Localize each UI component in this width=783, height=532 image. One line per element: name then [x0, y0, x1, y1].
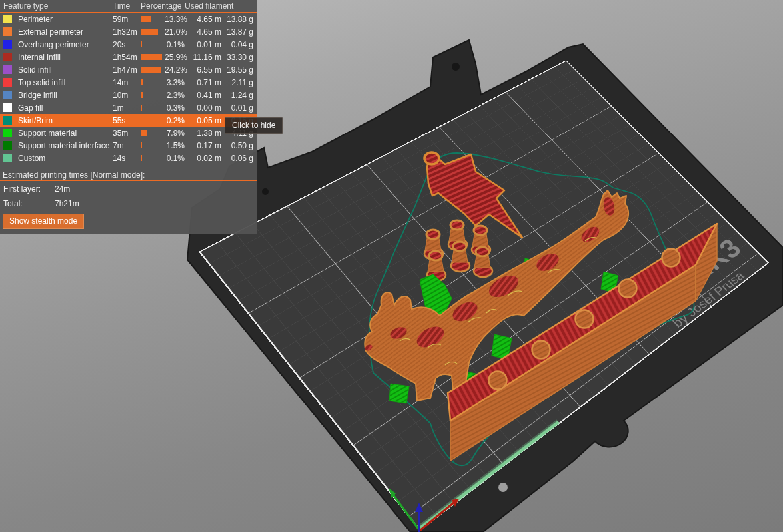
- percentage-bar-track: [141, 154, 165, 163]
- feature-percentage: 0.2%: [165, 116, 185, 125]
- show-stealth-mode-button[interactable]: Show stealth mode: [3, 214, 84, 229]
- feature-filament-weight: 13.88 g: [221, 15, 253, 24]
- feature-percentage: 1.5%: [165, 141, 185, 150]
- first-layer-value: 24m: [41, 184, 70, 194]
- feature-time: 10m: [113, 91, 141, 100]
- feature-time: 14m: [113, 78, 141, 87]
- feature-filament-weight: 2.11 g: [221, 78, 253, 87]
- feature-time: 14s: [113, 154, 141, 163]
- feature-filament-length: 0.71 m: [185, 78, 221, 87]
- percentage-bar: [141, 79, 143, 85]
- feature-time: 1h54m: [113, 53, 141, 62]
- feature-color-swatch: [3, 40, 12, 49]
- feature-percentage: 2.3%: [165, 91, 185, 100]
- feature-time: 59m: [113, 15, 141, 24]
- feature-percentage: 25.9%: [165, 53, 185, 62]
- legend-feature-row[interactable]: Perimeter 59m 13.3% 4.65 m 13.88 g: [0, 13, 257, 25]
- legend-feature-row[interactable]: Support material interface 7m 1.5% 0.17 …: [0, 139, 257, 152]
- feature-percentage: 7.9%: [165, 129, 185, 138]
- feature-color-swatch: [3, 78, 12, 87]
- y-axis-arrow: [392, 494, 420, 531]
- percentage-bar: [141, 142, 142, 148]
- click-to-hide-tooltip: Click to hide: [225, 117, 283, 134]
- model-vases: [424, 220, 492, 281]
- feature-label: Perimeter: [18, 15, 113, 24]
- origin-axes: [389, 488, 459, 532]
- percentage-bar-track: [141, 40, 165, 49]
- model-wing-plate: [424, 152, 522, 238]
- first-layer-row: First layer: 24m: [0, 182, 257, 196]
- feature-label: Gap fill: [18, 103, 113, 113]
- legend-header: Feature type Time Percentage Used filame…: [0, 0, 257, 13]
- feature-label: External perimeter: [18, 27, 113, 37]
- feature-color-swatch: [3, 116, 12, 125]
- percentage-bar: [141, 130, 147, 136]
- feature-time: 1h32m: [113, 27, 141, 37]
- feature-time: 35m: [113, 129, 141, 138]
- total-label: Total:: [3, 199, 41, 208]
- feature-percentage: 13.3%: [165, 15, 185, 24]
- legend-feature-row[interactable]: Custom 14s 0.1% 0.02 m 0.06 g: [0, 152, 257, 164]
- gcode-legend-panel: Feature type Time Percentage Used filame…: [0, 0, 257, 234]
- feature-label: Custom: [18, 154, 113, 163]
- legend-rows: Perimeter 59m 13.3% 4.65 m 13.88 g Exter…: [0, 13, 257, 164]
- feature-filament-length: 0.00 m: [185, 103, 221, 113]
- percentage-bar: [141, 155, 142, 161]
- legend-feature-row[interactable]: Skirt/Brim 55s 0.2% 0.05 m 0.15 g: [0, 114, 257, 127]
- feature-color-swatch: [3, 91, 12, 99]
- feature-color-swatch: [3, 154, 12, 162]
- feature-label: Top solid infill: [18, 78, 113, 87]
- feature-time: 55s: [113, 116, 141, 125]
- legend-feature-row[interactable]: Support material 35m 7.9% 1.38 m 4.11 g: [0, 127, 257, 139]
- legend-feature-row[interactable]: Overhang perimeter 20s 0.1% 0.01 m 0.04 …: [0, 38, 257, 51]
- prusaslicer-preview-window: MK3 by Josef Prusa: [0, 0, 783, 532]
- legend-feature-row[interactable]: Internal infill 1h54m 25.9% 11.16 m 33.3…: [0, 51, 257, 63]
- feature-filament-weight: 0.06 g: [221, 154, 253, 163]
- feature-color-swatch: [3, 27, 12, 36]
- percentage-bar: [141, 54, 162, 60]
- feature-filament-weight: 13.87 g: [221, 27, 253, 37]
- feature-color-swatch: [3, 65, 12, 74]
- feature-label: Bridge infill: [18, 91, 113, 100]
- percentage-bar-track: [141, 141, 165, 150]
- legend-feature-row[interactable]: External perimeter 1h32m 21.0% 4.65 m 13…: [0, 25, 257, 38]
- feature-color-swatch: [3, 103, 12, 112]
- col-time: Time: [113, 1, 141, 11]
- feature-label: Internal infill: [18, 53, 113, 62]
- total-time-row: Total: 7h21m: [0, 197, 257, 210]
- feature-color-swatch: [3, 53, 12, 61]
- legend-feature-row[interactable]: Bridge infill 10m 2.3% 0.41 m 1.24 g: [0, 89, 257, 101]
- legend-feature-row[interactable]: Top solid infill 14m 3.3% 0.71 m 2.11 g: [0, 76, 257, 89]
- feature-filament-length: 0.02 m: [185, 154, 221, 163]
- percentage-bar: [141, 29, 158, 35]
- feature-label: Support material: [18, 129, 113, 138]
- feature-time: 1h47m: [113, 65, 141, 75]
- feature-color-swatch: [3, 15, 12, 23]
- feature-filament-length: 11.16 m: [185, 53, 221, 62]
- col-percentage: Percentage: [141, 1, 185, 11]
- legend-feature-row[interactable]: Solid infill 1h47m 24.2% 6.55 m 19.55 g: [0, 63, 257, 76]
- total-value: 7h21m: [41, 199, 79, 208]
- feature-color-swatch: [3, 129, 12, 137]
- legend-feature-row[interactable]: Gap fill 1m 0.3% 0.00 m 0.01 g: [0, 101, 257, 114]
- feature-percentage: 3.3%: [165, 78, 185, 87]
- percentage-bar-track: [141, 116, 165, 125]
- feature-filament-length: 1.38 m: [185, 129, 221, 138]
- feature-label: Support material interface: [18, 141, 113, 150]
- percentage-bar-track: [141, 129, 165, 138]
- feature-filament-length: 4.65 m: [185, 27, 221, 37]
- feature-percentage: 21.0%: [165, 27, 185, 37]
- feature-filament-weight: 1.24 g: [221, 91, 253, 100]
- percentage-bar: [141, 105, 142, 111]
- percentage-bar-track: [141, 65, 165, 75]
- feature-label: Overhang perimeter: [18, 40, 113, 49]
- percentage-bar-track: [141, 53, 165, 62]
- feature-filament-length: 0.17 m: [185, 141, 221, 150]
- feature-label: Skirt/Brim: [18, 116, 113, 125]
- feature-filament-weight: 0.50 g: [221, 141, 253, 150]
- percentage-bar-track: [141, 103, 165, 113]
- percentage-bar-track: [141, 15, 165, 24]
- feature-percentage: 24.2%: [165, 65, 185, 75]
- feature-time: 1m: [113, 103, 141, 113]
- feature-filament-length: 0.01 m: [185, 40, 221, 49]
